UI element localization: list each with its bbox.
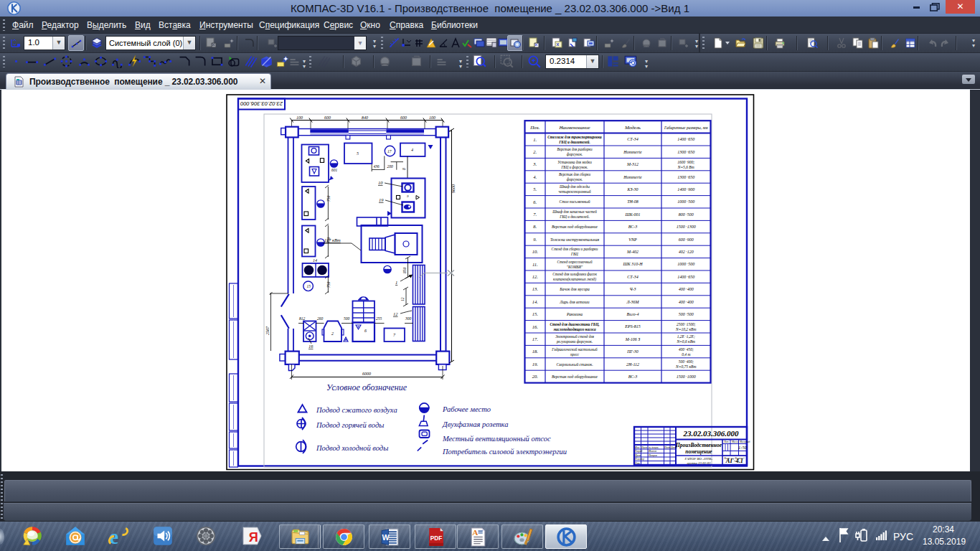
- svg-text:Рабочее место: Рабочее место: [442, 405, 491, 413]
- svg-text:КЗ-30: КЗ-30: [627, 187, 639, 192]
- svg-text:Я: Я: [249, 530, 258, 545]
- svg-text:Стенд для сборки и разборки: Стенд для сборки и разборки: [552, 247, 598, 251]
- svg-text:23.02.03.306.000: 23.02.03.306.000: [683, 429, 740, 438]
- svg-text:100: 100: [429, 116, 435, 120]
- svg-text:12: 12: [400, 297, 405, 301]
- svg-text:17.: 17.: [532, 336, 539, 342]
- svg-text:850: 850: [402, 268, 407, 274]
- svg-text:Двухфазная розетка: Двухфазная розетка: [442, 420, 508, 428]
- svg-text:117 кВт: 117 кВт: [324, 237, 341, 242]
- svg-text:A: A: [472, 528, 479, 537]
- svg-text:"КОМБИ": "КОМБИ": [567, 265, 583, 269]
- svg-text:4.: 4.: [533, 174, 537, 179]
- svg-text:Потребитель силовой электроэне: Потребитель силовой электроэнергии: [442, 448, 567, 456]
- svg-text:Н.контр: Н.контр: [634, 458, 644, 461]
- svg-text:Стенд для шлифовки фасок: Стенд для шлифовки фасок: [552, 272, 597, 276]
- svg-text:Сверлильный станок.: Сверлильный станок.: [556, 362, 593, 367]
- svg-text:19: 19: [379, 197, 384, 202]
- svg-text:помещение: помещение: [685, 448, 712, 455]
- svg-text:Ч-3: Ч-3: [629, 287, 636, 291]
- svg-text:2587: 2587: [265, 326, 270, 335]
- svg-text:15.: 15.: [532, 311, 539, 316]
- svg-text:ЕРS-815: ЕРS-815: [624, 324, 640, 329]
- svg-text:2Н-112: 2Н-112: [626, 362, 639, 367]
- svg-text:6000: 6000: [362, 372, 371, 376]
- svg-text:600 ·900: 600 ·900: [679, 237, 694, 242]
- svg-text:клапанов(клапанных гнезд): клапанов(клапанных гнезд): [553, 277, 596, 282]
- svg-text:Верстак для сборки: Верстак для сборки: [559, 172, 590, 176]
- svg-text:Верстак под оборудование: Верстак под оборудование: [552, 375, 598, 379]
- svg-text:Верстак под оборудование: Верстак под оборудование: [552, 225, 598, 229]
- svg-text:М-106 З: М-106 З: [625, 337, 640, 342]
- svg-text:Изм: Изм: [634, 446, 640, 449]
- svg-text:Стенд для диагностики ГБЦ,: Стенд для диагностики ГБЦ,: [550, 322, 600, 326]
- svg-text:600: 600: [324, 116, 331, 120]
- svg-text:ВС-3: ВС-3: [628, 375, 637, 379]
- svg-text:Условное обозначение: Условное обозначение: [326, 382, 407, 392]
- svg-text:1.: 1.: [533, 137, 537, 142]
- svg-text:Поз.: Поз.: [529, 125, 540, 131]
- svg-text:8.: 8.: [533, 224, 537, 229]
- svg-text:500: 500: [344, 316, 350, 321]
- svg-text:Местный вентиляционный отсос: Местный вентиляционный отсос: [442, 435, 551, 443]
- svg-text:Подвод холодной воды: Подвод холодной воды: [316, 444, 388, 452]
- svg-text:группа 23.02.03: группа 23.02.03: [687, 461, 711, 465]
- svg-text:9600: 9600: [451, 184, 456, 193]
- svg-text:четырехсекционный: четырехсекционный: [559, 189, 591, 194]
- svg-text:500 ·400;: 500 ·400;: [679, 359, 694, 364]
- svg-text:СТ-34: СТ-34: [627, 137, 638, 141]
- svg-text:15: 15: [307, 284, 311, 288]
- svg-text:1,2Е ·1,2Е;: 1,2Е ·1,2Е;: [677, 334, 695, 339]
- svg-text:Гидравлический настольный: Гидравлический настольный: [551, 347, 598, 352]
- svg-text:маслоподводящего насоса: маслоподводящего насоса: [552, 327, 596, 331]
- svg-text:Иванов: Иванов: [648, 450, 657, 453]
- svg-text:Виго-4: Виго-4: [626, 312, 639, 316]
- svg-text:812: 812: [299, 316, 306, 321]
- svg-text:16.: 16.: [532, 324, 539, 329]
- svg-text:VNP: VNP: [628, 237, 637, 242]
- svg-text:20.: 20.: [532, 374, 539, 379]
- svg-text:ПГ-30: ПГ-30: [626, 349, 639, 354]
- svg-text:Петров: Петров: [648, 454, 657, 457]
- svg-text:1500 ·1000: 1500 ·1000: [677, 375, 696, 379]
- svg-text:Раковина: Раковина: [566, 312, 583, 316]
- svg-text:Разраб: Разраб: [634, 450, 643, 453]
- svg-text:№ докум.: № докум.: [648, 446, 659, 449]
- svg-text:1300 ·650: 1300 ·650: [677, 175, 694, 179]
- svg-text:800 ·500: 800 ·500: [679, 212, 694, 217]
- svg-text:Л-36М: Л-36М: [626, 300, 639, 304]
- svg-text:1: 1: [395, 280, 397, 285]
- svg-text:М-312: М-312: [626, 162, 639, 166]
- svg-text:260: 260: [317, 316, 324, 321]
- svg-text:7.: 7.: [533, 212, 537, 217]
- svg-text:1600 ·900;: 1600 ·900;: [677, 160, 694, 164]
- svg-text:Hommerte: Hommerte: [623, 175, 642, 179]
- svg-text:14: 14: [313, 258, 317, 263]
- svg-text:АГ-4.1: АГ-4.1: [725, 457, 743, 464]
- svg-text:840: 840: [362, 116, 368, 120]
- svg-text:19.: 19.: [532, 362, 539, 367]
- svg-text:1000 ·500: 1000 ·500: [677, 262, 694, 266]
- svg-text:18.: 18.: [532, 349, 539, 354]
- svg-text:23.02.03.306.000: 23.02.03.306.000: [240, 100, 283, 107]
- svg-text:ГБЦ и двигателей.: ГБЦ и двигателей.: [559, 215, 590, 219]
- svg-text:10.: 10.: [532, 249, 539, 254]
- svg-text:форсунок.: форсунок.: [567, 177, 583, 182]
- svg-text:1400 ·650: 1400 ·650: [677, 137, 694, 141]
- svg-text:N=0,6 кВт: N=0,6 кВт: [676, 339, 695, 344]
- svg-text:пресс: пресс: [570, 352, 580, 357]
- svg-text:400 ·450;: 400 ·450;: [679, 347, 694, 352]
- svg-text:6: 6: [364, 329, 367, 333]
- svg-text:750: 750: [326, 196, 331, 202]
- svg-text:N=10,2 кВт: N=10,2 кВт: [675, 327, 696, 331]
- svg-text:9.: 9.: [533, 237, 537, 242]
- svg-text:Пров.: Пров.: [634, 454, 641, 457]
- svg-text:1400 ·900: 1400 ·900: [677, 187, 694, 192]
- svg-text:Габаритные размеры, мм: Габаритные размеры, мм: [664, 126, 708, 130]
- svg-text:6.: 6.: [533, 199, 537, 204]
- svg-text:Стеллаж для транспортировки: Стеллаж для транспортировки: [547, 135, 601, 139]
- svg-text:100: 100: [296, 116, 303, 120]
- svg-text:0,4 т: 0,4 т: [682, 352, 690, 357]
- svg-text:Наименование: Наименование: [558, 125, 590, 131]
- svg-text:1400 ·650: 1400 ·650: [677, 275, 694, 279]
